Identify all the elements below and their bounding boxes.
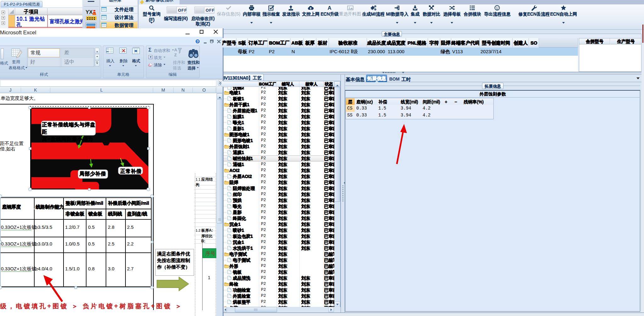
svg-text:A: A xyxy=(174,48,177,52)
svg-text:A: A xyxy=(328,5,331,11)
svg-text:?: ? xyxy=(197,40,199,43)
svg-text:Z: Z xyxy=(174,53,177,57)
svg-text:YX: YX xyxy=(86,9,93,15)
